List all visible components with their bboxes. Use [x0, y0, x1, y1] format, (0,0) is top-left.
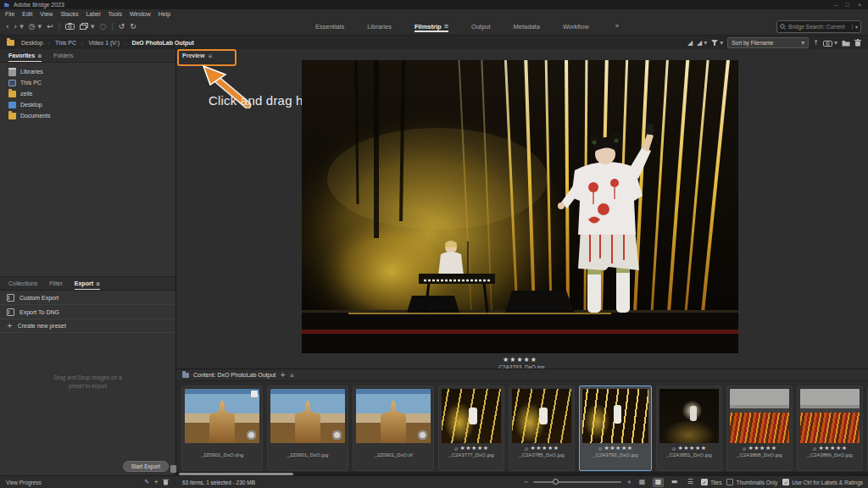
import-dropdown-icon[interactable]: ▾	[834, 40, 837, 47]
thumbnail-image[interactable]	[270, 389, 345, 443]
zoom-out-icon[interactable]: −	[524, 480, 528, 485]
menu-item[interactable]: Window	[130, 11, 151, 17]
quality-dropdown-icon[interactable]: ▾	[704, 40, 707, 47]
thumbnail-size-slider[interactable]	[533, 481, 621, 483]
favorites-item[interactable]: This PC	[0, 77, 175, 88]
zoom-in-icon[interactable]: +	[626, 480, 631, 485]
rating-stars[interactable]: ★★★★★	[604, 445, 633, 452]
export-preset-row[interactable]: Custom Export	[0, 291, 175, 305]
thumbnail-image[interactable]	[512, 389, 571, 443]
view-grid-lock-button[interactable]: ▦	[637, 478, 648, 487]
new-folder-icon[interactable]	[842, 40, 850, 47]
view-progress-label[interactable]: View Progress	[6, 480, 42, 485]
checkbox-box[interactable]	[782, 479, 789, 485]
view-list-button[interactable]: ☰	[685, 478, 696, 487]
sort-ascending-icon[interactable]: ↑	[813, 40, 819, 47]
menu-item[interactable]: Edit	[22, 11, 32, 17]
menu-item[interactable]: Help	[159, 11, 170, 17]
forward-icon[interactable]: ›	[14, 23, 18, 30]
slider-knob[interactable]	[553, 479, 559, 485]
export-panel-tab[interactable]: Collections ≡	[8, 277, 37, 290]
thumbnail-tile[interactable]: ⊘ ★★★★★ _C2A3777_DxO.jpg	[438, 385, 504, 471]
stacks-dropdown-icon[interactable]: ▾	[91, 23, 95, 30]
thumbnail-tile[interactable]: _2Z0901_DxO.dng	[181, 385, 263, 471]
add-content-tab-icon[interactable]: +	[280, 372, 286, 379]
favorites-panel-tab[interactable]: Folders ≡	[53, 49, 73, 62]
thumbnail-image[interactable]	[730, 389, 789, 443]
thumbnail-rating[interactable]	[356, 444, 431, 452]
panel-menu-icon[interactable]: ≡	[290, 373, 294, 378]
rating-stars[interactable]: ★★★★★	[819, 445, 848, 452]
thumbnail-tile[interactable]: ⊘ ★★★★★ _C2A3851_DxO.jpg	[656, 385, 722, 471]
thumbnail-tile[interactable]: ⊘ ★★★★★ _C2A3868_DxO.jpg	[726, 385, 793, 471]
favorites-item[interactable]: zelle	[0, 88, 175, 99]
back-icon[interactable]: ‹	[6, 23, 9, 30]
workspace-tab[interactable]: Essentials ≡	[315, 20, 344, 33]
breadcrumb-item[interactable]: This PC ›	[55, 40, 83, 46]
rotate-left-icon[interactable]: ↺	[119, 23, 125, 30]
breadcrumb-item[interactable]: Video 1 (V:) ›	[88, 40, 126, 46]
preview-rating-stars[interactable]: ★★★★★	[302, 356, 738, 363]
thumbnail-rating[interactable]: ⊘ ★★★★★	[512, 444, 571, 452]
thumbnail-tile[interactable]: ⊘ ★★★★★ _C2A3785_DxO.jpg	[509, 385, 575, 471]
maximize-button[interactable]: □	[846, 2, 849, 8]
rating-stars[interactable]: ★★★★★	[748, 445, 777, 452]
thumbnail-tile[interactable]: _2Z0901_DxO.jpg	[267, 385, 348, 471]
breadcrumb-item[interactable]: Desktop ›	[21, 40, 50, 46]
sort-select[interactable]: Sort by Filename ▾	[727, 37, 809, 48]
import-camera-icon[interactable]	[823, 40, 832, 47]
thumbnail-tile[interactable]: _2Z0901_DxO.tif	[353, 385, 434, 471]
menu-item[interactable]: Tools	[108, 11, 122, 17]
panel-menu-icon[interactable]: ≡	[96, 281, 100, 286]
thumbnail-image[interactable]	[659, 389, 719, 443]
rating-stars[interactable]: ★★★★★	[460, 445, 489, 452]
thumbnail-rating[interactable]: ⊘ ★★★★★	[582, 444, 648, 452]
workspace-overflow-icon[interactable]: »	[615, 23, 620, 30]
content-tab-label[interactable]: Content: DxO PhotoLab Output	[193, 372, 275, 378]
close-button[interactable]: ×	[858, 2, 861, 8]
rotate-right-icon[interactable]: ↻	[130, 23, 136, 30]
recent-dropdown-icon[interactable]: ▾	[38, 23, 42, 30]
stacks-icon[interactable]	[80, 23, 88, 30]
boomerang-return-icon[interactable]: ↩	[47, 23, 53, 30]
thumbnail-rating[interactable]	[270, 444, 345, 452]
thumbnail-tile[interactable]: ⊘ ★★★★★ _C2A3869_DxO.jpg	[797, 385, 863, 471]
panel-menu-icon[interactable]: ≡	[37, 53, 42, 58]
preview-tab[interactable]: Preview ≡	[182, 53, 213, 58]
get-photos-camera-icon[interactable]	[65, 23, 75, 30]
thumbnail-rating[interactable]: ⊘ ★★★★★	[442, 444, 501, 452]
thumbnail-image[interactable]	[185, 389, 259, 443]
thumbnail-tile[interactable]: ⊘ ★★★★★ _C2A3793_DxO.jpg	[579, 385, 652, 471]
edit-preset-pencil-icon[interactable]: ✎	[144, 480, 149, 485]
workspace-tab[interactable]: Filmstrip ≡	[415, 20, 448, 33]
thumbnail-image[interactable]	[582, 389, 648, 443]
filter-dropdown-icon[interactable]: ▾	[720, 40, 723, 47]
thumbnail-quality-low-icon[interactable]: ◢	[687, 40, 693, 47]
panel-menu-icon[interactable]: ≡	[208, 53, 212, 58]
refine-icon[interactable]: ◌	[100, 23, 107, 30]
thumbnail-quality-high-icon[interactable]: ◢	[697, 40, 702, 47]
filter-icon[interactable]	[711, 40, 718, 47]
delete-trash-icon[interactable]	[854, 39, 861, 47]
minimize-button[interactable]: –	[834, 2, 837, 8]
thumbnail-image[interactable]	[442, 389, 501, 443]
search-scope-dropdown-icon[interactable]: ▾	[852, 25, 858, 30]
export-preset-row[interactable]: Export To DNG	[0, 305, 175, 319]
statusbar-checkbox[interactable]: Thumbnails Only	[726, 479, 777, 485]
menu-item[interactable]: View	[40, 11, 53, 17]
workspace-tab[interactable]: Workflow ≡	[563, 20, 589, 33]
favorites-item[interactable]: Libraries	[0, 66, 175, 77]
statusbar-checkbox[interactable]: Use Ctrl for Labels & Ratings	[782, 479, 863, 485]
menu-item[interactable]: File	[5, 11, 14, 17]
export-panel-tab[interactable]: Export ≡	[75, 277, 100, 290]
thumbnail-rating[interactable]	[185, 444, 259, 452]
favorites-panel-tab[interactable]: Favorites ≡	[8, 49, 42, 62]
preview-image[interactable]	[302, 60, 738, 353]
breadcrumb-item[interactable]: DxO PhotoLab Output ›	[131, 40, 194, 46]
thumbnail-image[interactable]	[356, 389, 431, 443]
view-thumbnail-button[interactable]: ▦	[653, 478, 664, 487]
thumbnail-rating[interactable]: ⊘ ★★★★★	[659, 444, 719, 452]
checkbox-box[interactable]	[726, 479, 733, 485]
favorites-item[interactable]: Documents	[0, 110, 175, 121]
rating-stars[interactable]: ★★★★★	[531, 445, 559, 452]
